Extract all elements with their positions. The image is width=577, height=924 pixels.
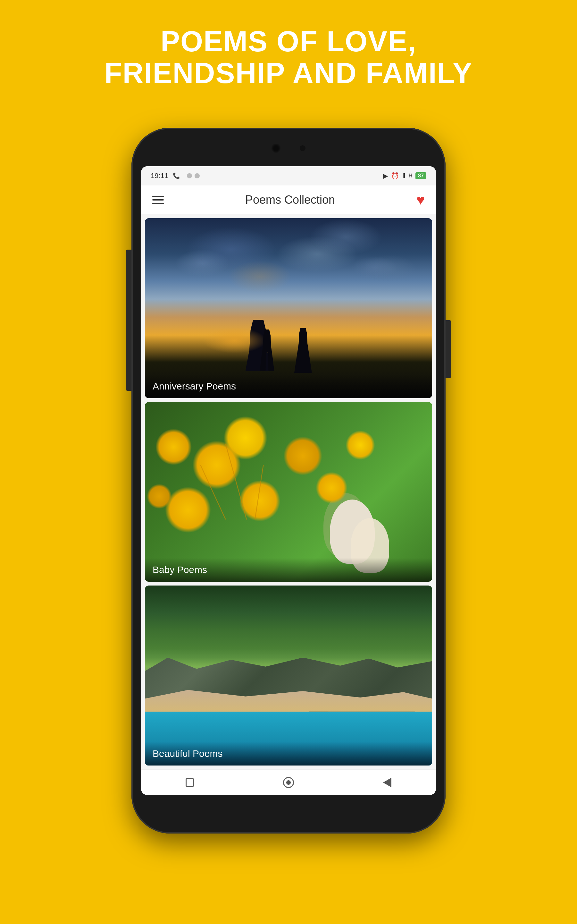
- page-title: POEMS OF LOVE, FRIENDSHIP AND FAMILY: [73, 26, 505, 89]
- status-circle-1: [187, 173, 192, 178]
- app-header: Poems Collection ♥: [141, 186, 436, 214]
- nav-recent-button[interactable]: [383, 778, 392, 787]
- beautiful-card[interactable]: Beautiful Poems: [145, 586, 432, 766]
- nav-back-button[interactable]: [185, 779, 194, 787]
- signal-icon: Ⅱ: [402, 172, 406, 180]
- heart-icon[interactable]: ♥: [416, 192, 425, 208]
- nav-home-button[interactable]: [283, 777, 294, 788]
- app-title: Poems Collection: [245, 193, 335, 207]
- page-background: POEMS OF LOVE, FRIENDSHIP AND FAMILY 19:…: [0, 0, 577, 924]
- content-area: Anniversary Poems Baby Poems: [141, 214, 436, 769]
- anniversary-card[interactable]: Anniversary Poems: [145, 218, 432, 398]
- nav-triangle-icon: [383, 778, 392, 787]
- anniversary-clouds: [145, 218, 432, 344]
- hamburger-menu-button[interactable]: [152, 196, 164, 204]
- status-circle-2: [195, 173, 200, 178]
- call-icon: 📞: [173, 172, 180, 179]
- svg-line-2: [200, 465, 226, 519]
- hamburger-line-1: [152, 196, 164, 197]
- svg-line-0: [226, 444, 247, 519]
- status-time: 19:11: [151, 172, 168, 180]
- svg-line-1: [255, 465, 263, 519]
- hamburger-line-2: [152, 199, 164, 200]
- balloon-strings: [145, 402, 432, 528]
- nav-circle-inner-icon: [286, 780, 291, 785]
- battery-badge: 87: [416, 172, 426, 179]
- status-bar: 19:11 📞 ▶ ⏰ Ⅱ H 87: [141, 166, 436, 186]
- anniversary-glow: [202, 328, 266, 353]
- bluetooth-icon: ▶: [383, 172, 388, 180]
- beautiful-label: Beautiful Poems: [145, 742, 432, 766]
- alarm-icon: ⏰: [391, 172, 399, 180]
- anniversary-label: Anniversary Poems: [145, 375, 432, 398]
- baby-card[interactable]: Baby Poems: [145, 402, 432, 582]
- baby-label: Baby Poems: [145, 558, 432, 582]
- nav-square-icon: [185, 779, 194, 787]
- bottom-nav: [141, 769, 436, 795]
- status-right-icons: ▶ ⏰ Ⅱ H 87: [383, 172, 426, 180]
- earpiece: [300, 145, 306, 151]
- hamburger-line-3: [152, 203, 164, 204]
- nav-circle-icon: [283, 777, 294, 788]
- network-icon: H: [409, 173, 413, 179]
- camera-area: [271, 144, 306, 153]
- phone-screen: 19:11 📞 ▶ ⏰ Ⅱ H 87: [141, 166, 436, 795]
- front-camera: [271, 144, 280, 153]
- phone-wrapper: 19:11 📞 ▶ ⏰ Ⅱ H 87: [131, 128, 446, 834]
